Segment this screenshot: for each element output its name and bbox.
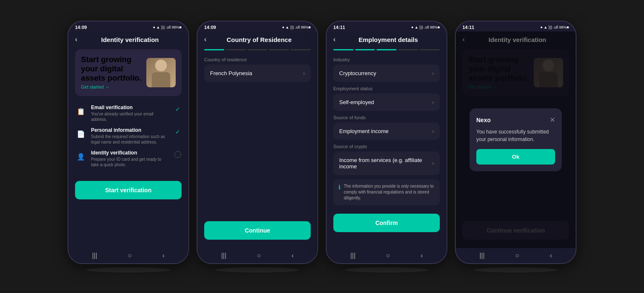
country-field-label: Country of residence — [204, 57, 311, 62]
check-icon-email: ✓ — [175, 106, 180, 112]
verif-desc-identity: Prepare your ID card and get ready to ta… — [91, 157, 170, 167]
prog3-seg-5 — [420, 49, 440, 50]
industry-select[interactable]: Cryptocurrency › — [333, 65, 440, 82]
hero-text-1: Start growing your digital assets portfo… — [81, 55, 146, 90]
person-shape-1 — [152, 60, 170, 87]
prog-seg-3 — [247, 49, 267, 50]
phone-3-wrapper: 14:11 ● ▲ ))) .ull 98%■ ‹ Employment det… — [326, 21, 447, 272]
screen-1: ‹ Identity verification Start growing yo… — [68, 31, 188, 248]
industry-chevron-icon: › — [432, 71, 434, 76]
industry-value: Cryptocurrency — [339, 70, 376, 76]
modal-ok-button[interactable]: Ok — [476, 149, 555, 165]
bottom-nav-4: ||| ○ ‹ — [456, 248, 576, 263]
hero-card-1: Start growing your digital assets portfo… — [75, 49, 182, 96]
phone-3: 14:11 ● ▲ ))) .ull 98%■ ‹ Employment det… — [326, 21, 447, 264]
nav-lines-icon-3: ||| — [350, 252, 355, 259]
confirm-button-3[interactable]: Confirm — [333, 214, 440, 232]
modal-close-button[interactable]: ✕ — [550, 116, 555, 124]
screen-4: ‹ Identity verification Start growing yo… — [456, 31, 576, 248]
country-chevron-icon: › — [303, 71, 305, 76]
verif-item-identity: 👤 Identity verification Prepare your ID … — [75, 149, 182, 168]
status-icons-4: ● ▲ ))) .ull 98%■ — [540, 25, 569, 29]
source-crypto-select[interactable]: Income from services (e.g. affiliate inc… — [333, 152, 440, 175]
nav-bar-2: ‹ Country of Residence — [197, 31, 317, 46]
modal-header: Nexo ✕ — [476, 116, 555, 124]
prog3-seg-2 — [355, 49, 375, 50]
nav-back-icon-3[interactable]: ‹ — [421, 252, 423, 259]
modal-title: Nexo — [476, 117, 491, 123]
status-bar-3: 14:11 ● ▲ ))) .ull 98%■ — [327, 21, 447, 31]
nav-lines-icon-4: ||| — [479, 252, 484, 259]
nav-home-icon-2[interactable]: ○ — [257, 252, 261, 259]
status-time-1: 14:09 — [75, 25, 87, 30]
email-verif-icon: 📋 — [75, 105, 87, 117]
start-verification-button[interactable]: Start verification — [75, 181, 182, 199]
back-button-2[interactable]: ‹ — [204, 36, 213, 43]
identity-verif-icon: 👤 — [75, 151, 87, 162]
phone-2: 14:09 ● ▲ ))) .ull 98%■ ‹ Country of Res… — [197, 21, 318, 264]
verif-check-email: ✓ — [174, 105, 182, 113]
nav-back-icon-2[interactable]: ‹ — [291, 252, 293, 259]
verif-title-identity: Identity verification — [91, 150, 170, 156]
nav-back-icon-1[interactable]: ‹ — [162, 252, 164, 259]
phone-4: 14:11 ● ▲ ))) .ull 98%■ ‹ Identity verif… — [455, 21, 576, 264]
info-text-3: The information you provide is only nece… — [344, 183, 435, 201]
screen-2: ‹ Country of Residence Country of reside… — [197, 31, 317, 248]
verif-check-identity — [174, 151, 182, 158]
verif-item-email: 📋 Email verification You've already veri… — [75, 104, 182, 123]
modal-body: You have successfully submitted your per… — [476, 128, 555, 143]
status-icons-2: ● ▲ ))) .ull 98%■ — [282, 25, 311, 29]
status-time-3: 14:11 — [333, 25, 345, 30]
phone-1-wrapper: 14:09 ● ▲ ))) .ull 98%■ ‹ Identity verif… — [68, 21, 189, 272]
hero-image-1 — [146, 58, 176, 87]
source-funds-select[interactable]: Employment income › — [333, 123, 440, 140]
bottom-nav-3: ||| ○ ‹ — [327, 248, 447, 263]
country-field-select[interactable]: French Polynesia › — [204, 65, 311, 82]
verif-desc-personal: Submit the required information such as … — [91, 134, 170, 145]
bottom-nav-2: ||| ○ ‹ — [197, 248, 317, 263]
nav-title-1: Identity verification — [87, 36, 173, 43]
emp-status-select[interactable]: Self-employed › — [333, 94, 440, 111]
check-icon-personal: ✓ — [175, 128, 180, 135]
phones-container: 14:09 ● ▲ ))) .ull 98%■ ‹ Identity verif… — [0, 12, 644, 281]
source-crypto-chevron-icon: › — [432, 160, 434, 166]
phone-4-shadow — [474, 267, 558, 272]
status-time-2: 14:09 — [204, 25, 216, 30]
nav-title-2: Country of Residence — [216, 36, 302, 43]
prog-seg-4 — [269, 49, 289, 50]
status-bar-1: 14:09 ● ▲ ))) .ull 98%■ — [68, 21, 188, 31]
source-funds-value: Employment income — [339, 128, 389, 134]
hero-link-1[interactable]: Get started → — [81, 84, 109, 89]
back-button-1[interactable]: ‹ — [75, 36, 83, 43]
verif-content-personal: Personal information Submit the required… — [91, 127, 170, 145]
person-body-1 — [152, 72, 170, 87]
nav-back-icon-4[interactable]: ‹ — [550, 252, 552, 259]
person-head-1 — [155, 60, 167, 71]
success-modal: Nexo ✕ You have successfully submitted y… — [470, 108, 562, 171]
verif-content-email: Email verification You've already verifi… — [91, 105, 170, 122]
nav-home-icon-1[interactable]: ○ — [128, 252, 132, 259]
continue-button-2[interactable]: Continue — [204, 221, 311, 240]
nav-home-icon-4[interactable]: ○ — [515, 252, 519, 259]
nav-home-icon-3[interactable]: ○ — [386, 252, 390, 259]
back-button-3[interactable]: ‹ — [333, 36, 342, 43]
screen-3: ‹ Employment details Industry — [327, 31, 447, 248]
industry-label: Industry — [333, 57, 440, 62]
prog-seg-5 — [291, 49, 311, 50]
source-crypto-value: Income from services (e.g. affiliate inc… — [339, 157, 432, 170]
check-empty-identity — [174, 151, 181, 158]
nav-lines-icon-2: ||| — [221, 252, 226, 259]
emp-status-chevron-icon: › — [432, 99, 434, 105]
hero-heading-1: Start growing your digital assets portfo… — [81, 55, 146, 83]
status-bar-2: 14:09 ● ▲ ))) .ull 98%■ — [197, 21, 317, 31]
emp-status-value: Self-employed — [339, 99, 374, 105]
prog-seg-2 — [226, 49, 246, 50]
prog3-seg-4 — [398, 49, 418, 50]
country-field-section: Country of residence French Polynesia › — [197, 54, 317, 82]
verif-check-personal: ✓ — [174, 128, 182, 136]
status-time-4: 14:11 — [462, 25, 474, 30]
info-icon-3: ℹ — [338, 184, 340, 191]
verif-desc-email: You've already verified your email addre… — [91, 111, 170, 122]
nav-lines-icon-1: ||| — [92, 252, 97, 259]
phone-1-shadow — [86, 267, 170, 272]
